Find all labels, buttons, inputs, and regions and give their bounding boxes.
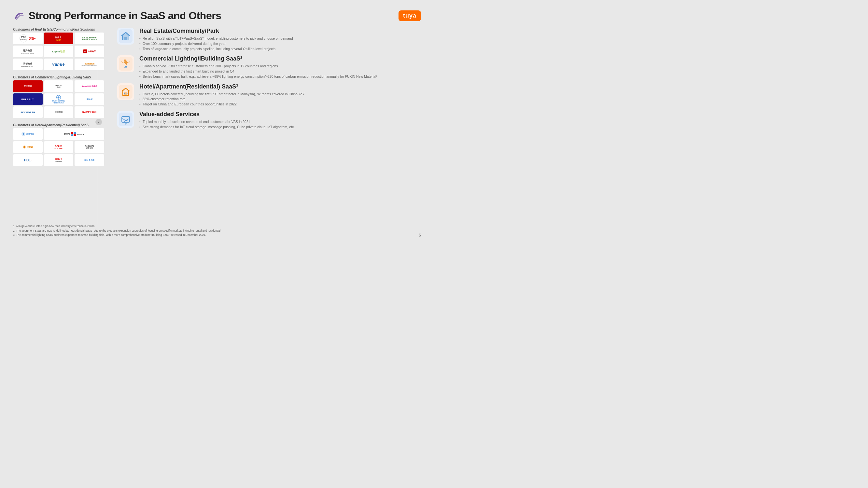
lighting-icon [117,55,134,72]
svg-rect-11 [124,37,127,40]
bullet-vas-2: See strong demands for IoT cloud storage… [140,125,421,130]
bullet-vas-1: Tripled monthly subscription revenue of … [140,120,421,125]
logo-grupo: GRUPO moraval [44,128,104,140]
lighting-bullets: Globally served ~180 enterprise customer… [140,64,421,79]
logo-songdu: 宋都物业 SONGDU PROPERTY [13,59,43,70]
realestate-icon [117,28,134,44]
bullet-lighting-2: Expanded to and landed the first smart b… [140,69,421,74]
signal-icon [13,10,25,22]
page-number: 6 [419,233,421,237]
svg-point-20 [125,123,127,125]
logo-vanke: vanke [44,59,73,70]
bullet-lighting-1: Globally served ~180 enterprise customer… [140,64,421,69]
logo-hdl: HDL· [13,154,43,166]
realestate-section: Customers of Real Estate/Community/Park … [13,28,104,72]
realestate-bullets: Re-align SaaS with a "IoT+PaaS+SaaS" mod… [140,36,421,52]
logo-zhongliang: 中梁控股集团 ZHONGLIANG HOLDINGS [74,59,104,70]
logo-kaisa: 佳兆业 KAISA [44,33,73,44]
collapse-arrow[interactable]: ‹ [95,119,102,125]
hotel-logo-grid: 水滴管家 GRUPO moraval [13,128,104,166]
svg-rect-15 [124,67,127,68]
logo-firefly: FIREFLY [13,93,43,105]
header-left: Strong Performance in SaaS and Others [13,10,221,22]
logo-zhonghai: 中 中海地产 [74,45,104,57]
svg-text:mydreams+: mydreams+ [20,39,27,40]
logo-wankon: 万控照明 [13,80,43,92]
logo-nvc: NVC 雷士照明 [74,106,104,118]
vas-title: Value-added Services [140,111,421,118]
bullet-realestate-3: Tens of large-scale community projects p… [140,46,421,52]
lighting-logo-grid: 万控照明 DEWERT OKIN StrongLED·大峡谷 FIREFLY [13,80,104,118]
page: Strong Performance in SaaS and Others tu… [0,0,434,244]
lighting-title: Commercial Lighting/iBuilding SaaS² [140,55,421,62]
svg-rect-16 [119,85,132,99]
logo-smartcontrol: SMART CONTROLTECHNOLOGY [44,93,73,105]
bullet-hotel-2: 85% customer retention rate [140,97,421,102]
header: Strong Performance in SaaS and Others tu… [13,10,421,22]
hotel-section: Customers of Hotel/Apartment(Residential… [13,123,104,168]
bullet-lighting-3: Series benchmark cases built, e.g.: achi… [140,74,421,79]
vas-row: Value-added Services Tripled monthly sub… [117,111,421,130]
logo-sinocean: 远洋集团 SINO-OCEAN GROUP [13,45,43,57]
footnotes: 1. A large A-share listed high-new tech … [13,224,421,237]
svg-text:梦想加: 梦想加 [21,36,26,38]
tuya-logo: tuya [399,10,421,21]
right-panel: Real Estate/Community/Park Re-align SaaS… [111,28,421,229]
lighting-row: Commercial Lighting/iBuilding SaaS² Glob… [117,55,421,79]
footnote-1: 1. A large A-share listed high-new tech … [13,224,421,229]
bullet-realestate-2: Over 100 community projects delivered du… [140,41,421,46]
logo-shuidi: 水滴管家 [13,128,43,140]
hotel-title: Hotel/Apartment(Residential) SaaS³ [140,83,421,90]
hotel-bullets: Over 2,000 hotels covered (including the… [140,92,421,107]
logo-skyworth: SKYWORTH [13,106,43,118]
lighting-content: Commercial Lighting/iBuilding SaaS² Glob… [140,55,421,79]
realestate-label: Customers of Real Estate/Community/Park … [13,28,104,31]
vas-bullets: Tripled monthly subscription revenue of … [140,120,421,130]
footnote-2: 2. The apartment SaaS are now re-defined… [13,229,421,233]
footnote-3: 3. The commercial lighting SaaS business… [13,233,421,237]
logo-delixi: DELIXI ELECTRIC [44,141,73,153]
logo-hilk: Hilk·喜尔康 [74,154,104,166]
divider-line [98,33,98,225]
logo-quanfangtong: 全房通 [13,141,43,153]
svg-rect-14 [125,66,127,67]
hotel-row: Hotel/Apartment(Residential) SaaS³ Over … [117,83,421,107]
lighting-label: Customers of Commercial Lighting/iBuildi… [13,75,104,79]
logo-lgem: L.gem绿景 [44,45,73,57]
main-content: Customers of Real Estate/Community/Park … [13,28,421,229]
realestate-row: Real Estate/Community/Park Re-align SaaS… [117,28,421,52]
realestate-title: Real Estate/Community/Park [140,28,421,34]
hotel-icon [117,83,134,100]
left-panel: Customers of Real Estate/Community/Park … [13,28,104,229]
realestate-content: Real Estate/Community/Park Re-align SaaS… [140,28,421,52]
vas-icon [117,111,134,128]
logo-strongled: StrongLED·大峡谷 [74,80,104,92]
vas-content: Value-added Services Tripled monthly sub… [140,111,421,130]
logo-dewert: DEWERT OKIN [44,80,73,92]
svg-point-9 [24,146,25,148]
logo-bilinwei: 碧林威 [74,93,104,105]
logo-huayi: 华艺照明 [44,106,73,118]
lighting-section: Customers of Commercial Lighting/iBuildi… [13,75,104,120]
hotel-label: Customers of Hotel/Apartment(Residential… [13,123,104,127]
logo-newhope: NEW HOPE 新希望置地 SERVICE [74,33,104,44]
bullet-hotel-3: Target on China and European countries o… [140,102,421,107]
svg-text:梦想+: 梦想+ [29,37,35,40]
svg-point-6 [58,97,60,98]
realestate-logo-grid: 梦想加 mydreams+ 梦想+ 佳兆业 KAISA [13,33,104,70]
hotel-content: Hotel/Apartment(Residential) SaaS³ Over … [140,83,421,107]
logo-mydreams: 梦想加 mydreams+ 梦想+ [13,33,43,44]
page-title: Strong Performance in SaaS and Others [29,10,221,22]
bullet-realestate-1: Re-align SaaS with a "IoT+PaaS+SaaS" mod… [140,36,421,41]
logo-sunmei: SUNMEI 尚美生活 [74,141,104,153]
bullet-hotel-1: Over 2,000 hotels covered (including the… [140,92,421,97]
logo-xilimen: 喜临门 深度好睡眠 [44,154,73,166]
